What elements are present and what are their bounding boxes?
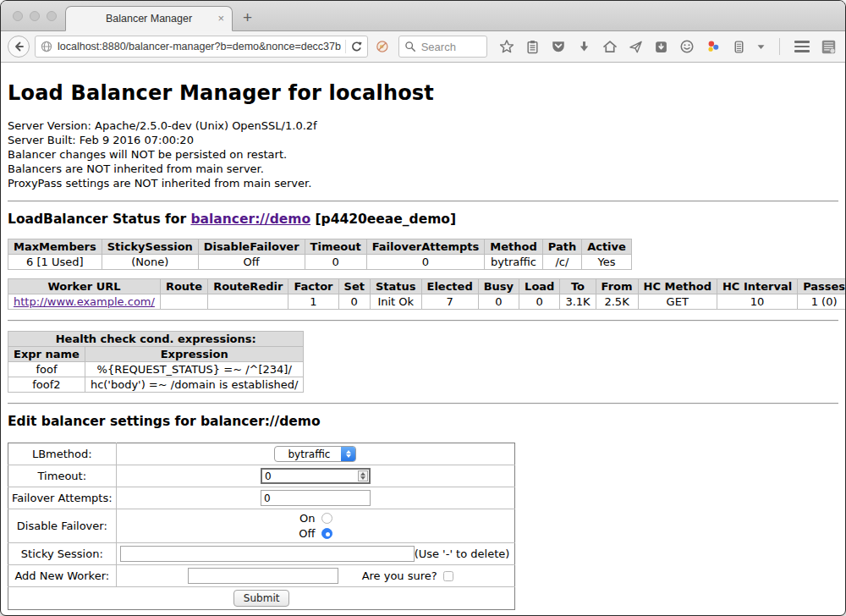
col-failoverattempts: FailoverAttempts bbox=[366, 239, 485, 255]
number-spinner-icon[interactable] bbox=[358, 470, 368, 481]
failover-attempts-input[interactable] bbox=[261, 490, 371, 506]
url-text[interactable]: localhost:8880/balancer-manager?b=demo&n… bbox=[58, 41, 341, 52]
health-table-title: Health check cond. expressions: bbox=[8, 332, 304, 347]
persist-notice-line: Balancer changes will NOT be persisted o… bbox=[8, 147, 838, 162]
download-arrow-icon[interactable] bbox=[577, 40, 591, 54]
failover-on-radio[interactable] bbox=[321, 513, 332, 524]
failover-off-radio[interactable] bbox=[321, 528, 332, 539]
col-worker-url: Worker URL bbox=[8, 279, 161, 294]
timeout-row: Timeout: bbox=[8, 465, 515, 487]
col-to: To bbox=[560, 279, 596, 294]
sticky-session-note: (Use '-' to delete) bbox=[415, 547, 512, 560]
failover-attempts-row: Failover Attempts: bbox=[8, 487, 515, 509]
navigation-toolbar: localhost:8880/balancer-manager?b=demo&n… bbox=[1, 31, 845, 63]
tab-bar: Balancer Manager × + bbox=[1, 1, 845, 31]
cell-elected: 7 bbox=[421, 294, 478, 310]
off-label: Off bbox=[299, 527, 315, 540]
on-label: On bbox=[299, 512, 315, 525]
window-controls bbox=[13, 11, 57, 21]
col-passes: Passes bbox=[798, 279, 846, 294]
browser-window: Balancer Manager × + localhost:8880/bala… bbox=[0, 0, 846, 616]
col-active: Active bbox=[582, 239, 632, 255]
worker-table: Worker URL Route RouteRedir Factor Set S… bbox=[8, 278, 846, 310]
back-button[interactable] bbox=[8, 36, 30, 58]
health-header-row: Expr name Expression bbox=[8, 347, 304, 362]
cell-factor: 1 bbox=[288, 294, 338, 310]
worker-header-row: Worker URL Route RouteRedir Factor Set S… bbox=[8, 279, 846, 294]
send-tab-icon[interactable] bbox=[629, 40, 643, 54]
overflow-caret-icon[interactable] bbox=[757, 43, 765, 51]
balancer-status-table: MaxMembers StickySession DisableFailover… bbox=[8, 239, 632, 270]
page-title: Load Balancer Manager for localhost bbox=[8, 81, 838, 105]
close-window-button[interactable] bbox=[13, 11, 23, 21]
search-bar[interactable]: Search bbox=[398, 36, 487, 58]
col-hc-interval: HC Interval bbox=[717, 279, 797, 294]
tab-close-icon[interactable]: × bbox=[217, 13, 224, 24]
select-stepper-icon bbox=[341, 446, 355, 462]
add-worker-label: Add New Worker: bbox=[8, 565, 117, 587]
health-check-table: Health check cond. expressions: Expr nam… bbox=[8, 331, 304, 393]
feedback-smiley-icon[interactable] bbox=[679, 39, 695, 54]
col-stickysession: StickySession bbox=[102, 239, 198, 255]
home-icon[interactable] bbox=[602, 39, 618, 54]
server-version-line: Server Version: Apache/2.5.0-dev (Unix) … bbox=[8, 118, 838, 133]
search-icon bbox=[404, 41, 416, 52]
health-row-foof: foof %{REQUEST_STATUS} =~ /^[234]/ bbox=[8, 362, 304, 377]
lbmethod-selected-value: bytraffic bbox=[275, 448, 341, 460]
cell-hc-interval: 10 bbox=[717, 294, 797, 310]
bookmark-star-icon[interactable] bbox=[499, 39, 514, 54]
cell-route bbox=[160, 294, 207, 310]
balancer-demo-link[interactable]: balancer://demo bbox=[190, 212, 310, 227]
status-suffix: [p4420eeae_demo] bbox=[310, 212, 456, 227]
are-you-sure-label: Are you sure? bbox=[362, 569, 437, 582]
lbmethod-label: LBmethod: bbox=[8, 443, 117, 465]
container-icon[interactable] bbox=[732, 40, 746, 54]
are-you-sure-checkbox[interactable] bbox=[443, 571, 453, 581]
col-disablefailover: DisableFailover bbox=[198, 239, 305, 255]
reload-icon[interactable] bbox=[350, 41, 363, 53]
downloads-panel-icon[interactable] bbox=[654, 40, 668, 54]
reading-list-icon[interactable] bbox=[525, 40, 540, 54]
cell-to: 3.1K bbox=[560, 294, 596, 310]
cell-active: Yes bbox=[582, 255, 632, 270]
disable-failover-label: Disable Failover: bbox=[8, 509, 117, 543]
add-worker-input[interactable] bbox=[188, 568, 338, 584]
sticky-session-input[interactable] bbox=[120, 546, 415, 562]
minimize-window-button[interactable] bbox=[30, 11, 40, 21]
zoom-window-button[interactable] bbox=[47, 11, 57, 21]
col-elected: Elected bbox=[421, 279, 478, 294]
url-bar[interactable]: localhost:8880/balancer-manager?b=demo&n… bbox=[35, 36, 368, 58]
timeout-input[interactable] bbox=[261, 468, 371, 484]
globe-icon bbox=[40, 40, 53, 53]
new-tab-button[interactable]: + bbox=[243, 8, 252, 27]
cell-busy: 0 bbox=[478, 294, 519, 310]
content-block-icon[interactable] bbox=[376, 37, 389, 56]
extension-dots-icon[interactable] bbox=[706, 39, 721, 54]
divider bbox=[8, 201, 838, 202]
pocket-icon[interactable] bbox=[551, 39, 566, 54]
balancer-data-row: 6 [1 Used] (None) Off 0 0 bytraffic /c/ … bbox=[8, 255, 632, 270]
cell-passes: 1 (0) bbox=[798, 294, 846, 310]
urlbar-divider bbox=[345, 40, 346, 53]
toolbar-icons bbox=[499, 38, 837, 55]
cell-status: Init Ok bbox=[370, 294, 421, 310]
cell-failoverattempts: 0 bbox=[366, 255, 485, 270]
search-placeholder: Search bbox=[421, 41, 456, 53]
tab-balancer-manager[interactable]: Balancer Manager × bbox=[65, 6, 233, 31]
col-expression: Expression bbox=[85, 347, 304, 362]
tab-title: Balancer Manager bbox=[106, 13, 192, 25]
cell-worker-url: http://www.example.com/ bbox=[8, 294, 161, 310]
toolbar-separator bbox=[779, 38, 780, 55]
col-routeredir: RouteRedir bbox=[208, 279, 288, 294]
notes-grid-icon[interactable] bbox=[821, 39, 837, 55]
cell-set: 0 bbox=[338, 294, 370, 310]
lbmethod-select[interactable]: bytraffic bbox=[274, 446, 356, 462]
submit-button[interactable]: Submit bbox=[233, 590, 290, 607]
menu-icon[interactable] bbox=[794, 41, 810, 52]
worker-url-link[interactable]: http://www.example.com/ bbox=[14, 295, 155, 308]
loadbalancer-status-heading: LoadBalancer Status for balancer://demo … bbox=[8, 212, 838, 227]
cell-from: 2.5K bbox=[596, 294, 638, 310]
col-maxmembers: MaxMembers bbox=[8, 239, 102, 255]
status-prefix: LoadBalancer Status for bbox=[8, 212, 190, 227]
col-factor: Factor bbox=[288, 279, 338, 294]
